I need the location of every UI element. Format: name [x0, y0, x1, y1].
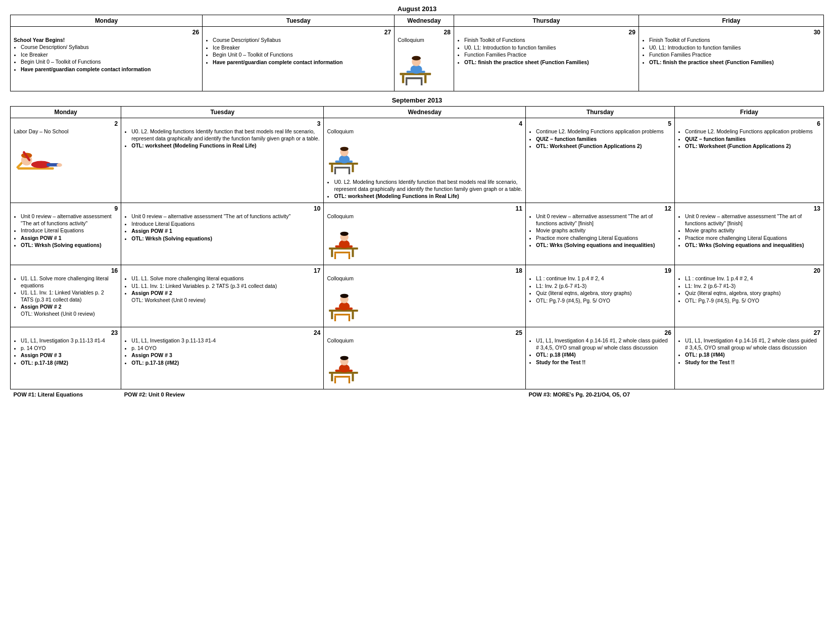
day-number: 19 — [529, 267, 671, 274]
list-item: Finish Toolkit of Functions — [464, 37, 635, 44]
september-table: Monday Tuesday Wednesday Thursday Friday… — [10, 106, 824, 400]
svg-point-49 — [340, 294, 349, 298]
colloquium-label: Colloquium — [327, 213, 522, 219]
sep-26-cell: 26 U1, L1, Investigation 4 p.14-16 #1, 2… — [525, 327, 674, 389]
colloquium-figure — [327, 345, 362, 386]
list-item: OTL: Pg.7-9 (#4,5), Pg. 5/ OYO — [685, 298, 820, 305]
svg-rect-21 — [352, 165, 354, 172]
day-number: 9 — [14, 205, 118, 212]
day-number: 23 — [14, 329, 118, 336]
svg-rect-57 — [349, 377, 350, 383]
list-item: U0. L2. Modeling functions Identify func… — [334, 179, 522, 192]
day-number: 10 — [124, 205, 320, 212]
aug-header-thursday: Thursday — [454, 15, 639, 27]
list-item: U1, L1, Investigation 3 p.11-13 #1-4 — [131, 337, 320, 344]
list-item: OTL: finish the practice sheet (Function… — [464, 59, 635, 66]
sep-5-cell: 5 Continue L2. Modeling Functions applic… — [525, 118, 674, 203]
sep-2-cell: 2 Labor Day – No School — [11, 118, 121, 203]
list-item: Practice more challenging Literal Equati… — [536, 235, 671, 242]
sep-16-cell: 16 U1. L1. Solve more challenging litera… — [11, 265, 121, 327]
list-item: Study for the Test !! — [536, 359, 671, 366]
day-number: 26 — [14, 29, 199, 36]
svg-rect-44 — [334, 314, 350, 315]
footer-pow1: POW #1: Literal Equations — [11, 389, 121, 400]
day-number: 24 — [124, 329, 320, 336]
footer-pow2: POW #2: Unit 0 Review — [121, 389, 324, 400]
colloquium-label: Colloquium — [398, 37, 451, 43]
list-item: OTL: Wrksh (Solving equations) — [131, 235, 320, 242]
table-row: 2 Labor Day – No School — [11, 118, 824, 203]
svg-rect-29 — [346, 161, 353, 163]
labor-day-icon — [14, 136, 64, 182]
september-section: September 2013 Monday Tuesday Wednesday … — [10, 96, 824, 400]
list-item: OTL: finish the practice sheet (Function… — [649, 59, 820, 66]
aug-26-cell: 26 School Year Begins! Course Descriptio… — [11, 27, 203, 91]
day-number: 4 — [327, 120, 522, 127]
svg-rect-54 — [352, 374, 354, 381]
day-number: 11 — [327, 205, 522, 212]
list-item: Have parent/guardian complete contact in… — [213, 59, 391, 66]
sep-4-cell: 4 Colloquium — [324, 118, 526, 203]
day-number: 16 — [14, 267, 118, 274]
svg-rect-56 — [334, 377, 336, 383]
list-item: Unit 0 review – alternative assessment "… — [21, 213, 118, 227]
page-container: August 2013 Monday Tuesday Wednesday Thu… — [10, 5, 824, 400]
list-item: OTL: Wrks (Solving equations and inequal… — [685, 242, 820, 249]
day-number: 20 — [678, 267, 820, 274]
list-item: Movie graphs activity — [536, 227, 671, 234]
list-item: Unit 0 review – alternative assessment "… — [536, 213, 671, 227]
list-item: Function Families Practice — [464, 52, 635, 59]
svg-rect-45 — [334, 315, 336, 321]
list-item: OTL: p.18 (#M4) — [685, 352, 820, 359]
day-number: 27 — [678, 329, 820, 336]
sep-10-cell: 10 Unit 0 review – alternative assessmen… — [121, 203, 324, 265]
list-item: p. 14 OYO — [21, 345, 118, 352]
labor-day-figure — [14, 136, 118, 183]
svg-rect-10 — [418, 71, 425, 73]
sep-19-cell: 19 L1 : continue Inv. 1 p.4 # 2, 4 L1: I… — [525, 265, 674, 327]
list-item: OTL: p.17-18 (#M2) — [131, 360, 320, 367]
sep-24-cell: 24 U1, L1, Investigation 3 p.11-13 #1-4 … — [121, 327, 324, 389]
list-item: Quiz (literal eqtns, algebra, story grap… — [685, 290, 820, 297]
footer-pow3: POW #3: MORE's Pg. 20-21/O4, O5, O7 — [525, 389, 823, 400]
list-item: Continue L2. Modeling Functions applicat… — [536, 128, 671, 135]
list-item: U1. L1. Inv. 1: Linked Variables p. 2 TA… — [21, 289, 118, 303]
footer-row: POW #1: Literal Equations POW #2: Unit 0… — [11, 389, 824, 400]
svg-rect-42 — [331, 312, 333, 319]
list-item: U1. L1. Inv. 1: Linked Variables p. 2 TA… — [131, 283, 320, 290]
sep-18-cell: 18 Colloquium — [324, 265, 526, 327]
table-row: 23 U1, L1, Investigation 3 p.11-13 #1-4 … — [11, 327, 824, 389]
list-item: Function Families Practice — [649, 52, 820, 59]
list-item: U0. L1: Introduction to function familie… — [464, 44, 635, 52]
svg-rect-50 — [335, 308, 342, 310]
svg-point-8 — [412, 56, 421, 61]
list-item: Course Description/ Syllabus — [21, 44, 199, 51]
svg-point-38 — [340, 232, 349, 236]
table-row: 9 Unit 0 review – alternative assessment… — [11, 203, 824, 265]
svg-rect-62 — [346, 370, 353, 372]
sep-25-cell: 25 Colloquium — [324, 327, 526, 389]
footer-empty — [324, 389, 526, 400]
list-item: OTL: p.18 (#M4) — [536, 352, 671, 359]
day-number: 3 — [124, 120, 320, 127]
list-item: QUIZ – function families — [685, 136, 820, 143]
day-number: 12 — [529, 205, 671, 212]
list-item: Ice Breaker — [21, 52, 199, 59]
svg-rect-61 — [335, 370, 342, 372]
day-number: 2 — [14, 120, 118, 127]
svg-rect-43 — [352, 312, 354, 319]
list-item: L1 : continue Inv. 1 p.4 # 2, 4 — [685, 275, 820, 282]
list-item: OTL: p.17-18 (#M2) — [21, 360, 118, 367]
svg-rect-24 — [349, 168, 350, 174]
list-item: OTL: Wrks (Solving equations and inequal… — [536, 242, 671, 249]
august-section: August 2013 Monday Tuesday Wednesday Thu… — [10, 5, 824, 91]
colloquium-label: Colloquium — [327, 128, 522, 134]
august-table: Monday Tuesday Wednesday Thursday Friday… — [10, 15, 824, 91]
labor-day-text: Labor Day – No School — [14, 128, 118, 134]
list-item: OTL: Pg.7-9 (#4,5), Pg. 5/ OYO — [536, 298, 671, 305]
list-item: Have parent/guardian complete contact in… — [21, 66, 199, 73]
svg-rect-5 — [421, 79, 423, 85]
day-number: 5 — [529, 120, 671, 127]
colloquium-figure — [327, 221, 362, 262]
day-number: 17 — [124, 267, 320, 274]
